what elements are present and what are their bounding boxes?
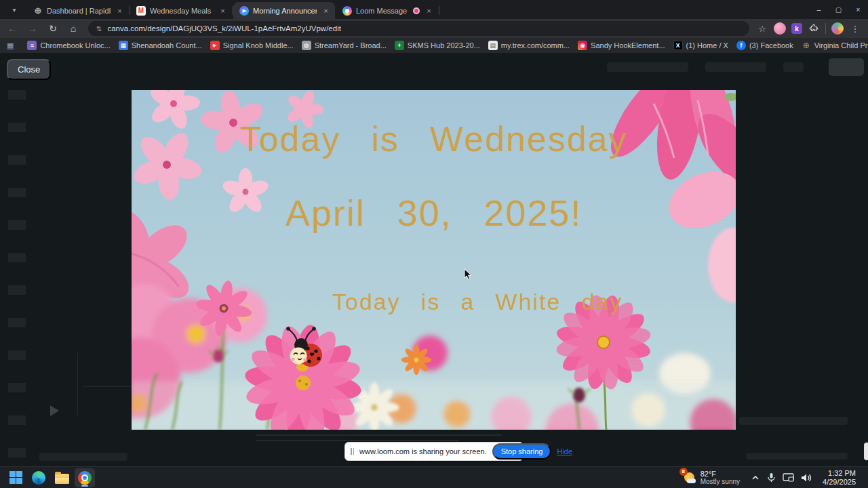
- tab-close-icon[interactable]: ×: [115, 5, 125, 16]
- bookmark-facebook[interactable]: f (3) Facebook: [732, 39, 797, 52]
- grid-icon: ▦: [119, 41, 128, 50]
- window-close-button[interactable]: ×: [848, 0, 868, 19]
- url-text[interactable]: canva.com/design/DAGjUQ3VS_k/2iWUL-1pAeF…: [107, 24, 341, 33]
- tab-search-chevron-icon[interactable]: ▾: [5, 2, 23, 17]
- apps-grid-icon[interactable]: ▦: [7, 41, 14, 50]
- window-controls: – ▢ ×: [809, 0, 868, 19]
- start-button[interactable]: [5, 468, 26, 487]
- toolbar-extensions: ☆ k ⋮: [756, 22, 861, 35]
- bookmark-x-home[interactable]: X (1) Home / X: [669, 39, 732, 52]
- bookmark-mytrex[interactable]: ▤ my.trex.com/comm...: [484, 39, 574, 52]
- speaker-icon[interactable]: [801, 473, 812, 483]
- slide-canvas[interactable]: Today is Wednesday April 30, 2025! Today…: [132, 90, 736, 430]
- globe-icon: ⊕: [802, 41, 811, 50]
- reload-icon[interactable]: ↻: [45, 20, 61, 37]
- dimmed-status-item: [746, 453, 848, 460]
- bookmark-label: Signal Knob Middle...: [223, 41, 294, 49]
- dimmed-notes-button: [39, 453, 127, 461]
- bookmark-label: Sandy HookElement...: [591, 41, 665, 49]
- tab-close-icon[interactable]: ×: [218, 5, 228, 16]
- kami-extension-icon[interactable]: k: [791, 23, 802, 34]
- clock-date: 4/29/2025: [823, 478, 856, 487]
- bookmark-label: my.trex.com/comm...: [501, 41, 570, 49]
- bookmark-virginia-child-protect[interactable]: ⊕ Virginia Child Prote...: [797, 39, 868, 52]
- slide-text-day[interactable]: Today is Wednesday: [132, 119, 736, 159]
- windows-taskbar: 8 82°F Mostly sunny 1:32 PM 4/29/2025: [0, 466, 868, 488]
- bookmark-skms-hub[interactable]: + SKMS Hub 2023-20...: [391, 39, 484, 52]
- slide-text-color-day[interactable]: Today is a White day: [247, 289, 708, 315]
- back-icon[interactable]: ←: [4, 20, 20, 37]
- tray-chevron-up-icon[interactable]: [751, 473, 760, 483]
- tab-wednesday-meals[interactable]: M Wednesday Meals - jcjenkins@ ×: [130, 2, 232, 19]
- edge-notification-sliver[interactable]: [864, 443, 868, 460]
- tab-dashboard-rapididentity[interactable]: ⊕ Dashboard | RapidIdentity ×: [27, 2, 129, 19]
- stop-sharing-button[interactable]: Stop sharing: [492, 443, 552, 460]
- drag-handle-icon[interactable]: [351, 448, 354, 455]
- weather-temp: 82°F: [701, 470, 740, 478]
- dimmed-notes-line: [256, 434, 502, 436]
- loom-extension-icon[interactable]: [774, 22, 786, 35]
- dimmed-guide-line: [77, 352, 78, 415]
- forward-icon[interactable]: →: [24, 20, 41, 37]
- browser-tab-strip: ▾ ⊕ Dashboard | RapidIdentity × M Wednes…: [0, 0, 868, 19]
- window-minimize-button[interactable]: –: [809, 0, 829, 19]
- share-message: www.loom.com is sharing your screen.: [359, 447, 487, 455]
- edge-icon: [32, 471, 45, 485]
- toolbar-divider: [825, 23, 826, 34]
- dimmed-toolbar-item: [783, 62, 804, 72]
- slide-text-date[interactable]: April 30, 2025!: [132, 192, 736, 234]
- bookmark-label: SKMS Hub 2023-20...: [408, 41, 480, 49]
- cast-screen-icon[interactable]: [783, 473, 794, 483]
- gmail-favicon-icon: M: [136, 6, 146, 16]
- bookmark-label: StreamYard - Broad...: [315, 41, 387, 49]
- taskbar-chrome-button[interactable]: [75, 468, 95, 487]
- instagram-icon: ◉: [578, 41, 587, 50]
- tab-title: Loom Message - 28 April 2: [356, 7, 409, 15]
- dimmed-status-item: [739, 417, 848, 425]
- window-restore-button[interactable]: ▢: [829, 0, 848, 19]
- youtube-icon: ▶: [210, 41, 220, 50]
- bookmarks-bar: ▦ ≡ Chromebook Unloc... ▦ Shenandoah Cou…: [0, 38, 868, 53]
- hide-banner-link[interactable]: Hide: [557, 447, 572, 455]
- tab-close-icon[interactable]: ×: [321, 5, 331, 16]
- bookmark-streamyard[interactable]: ◍ StreamYard - Broad...: [298, 39, 391, 52]
- screen-share-banner: www.loom.com is sharing your screen. Sto…: [344, 442, 524, 461]
- tab-title: Dashboard | RapidIdentity: [47, 7, 111, 15]
- bookmark-star-icon[interactable]: ☆: [756, 22, 768, 35]
- dimmed-toolbar-item: [705, 62, 766, 72]
- tab-loom-message[interactable]: Loom Message - 28 April 2 ×: [336, 2, 438, 19]
- taskbar-clock[interactable]: 1:32 PM 4/29/2025: [818, 468, 860, 488]
- dimmed-present-button: [829, 58, 864, 76]
- bookmark-label: (1) Home / X: [686, 41, 728, 49]
- dimmed-notes-line: [256, 440, 459, 441]
- home-icon[interactable]: ⌂: [65, 20, 81, 37]
- notification-badge: 8: [679, 468, 688, 476]
- tab-title: Morning Announcement Slides: [253, 7, 317, 15]
- bookmark-chromebook-unlock[interactable]: ≡ Chromebook Unloc...: [23, 39, 114, 52]
- taskbar-file-explorer-button[interactable]: [52, 468, 72, 487]
- extensions-puzzle-icon[interactable]: [808, 22, 820, 35]
- bookmark-signal-knob-middle[interactable]: ▶ Signal Knob Middle...: [206, 39, 298, 52]
- close-button[interactable]: Close: [7, 59, 51, 80]
- bookmark-sandy-hook-elementary[interactable]: ◉ Sandy HookElement...: [574, 39, 669, 52]
- address-bar[interactable]: ⇅ canva.com/design/DAGjUQ3VS_k/2iWUL-1pA…: [88, 21, 749, 36]
- desktop: ▾ ⊕ Dashboard | RapidIdentity × M Wednes…: [0, 0, 868, 488]
- tab-close-icon[interactable]: ×: [424, 5, 434, 16]
- file-explorer-icon: [55, 474, 69, 484]
- tab-morning-announcement-slides[interactable]: ▶ Morning Announcement Slides ×: [233, 2, 335, 19]
- chrome-menu-icon[interactable]: ⋮: [849, 22, 861, 35]
- site-settings-icon[interactable]: ⇅: [96, 25, 102, 33]
- loom-favicon-icon: [342, 6, 352, 16]
- bookmark-shenandoah-county[interactable]: ▦ Shenandoah Count...: [115, 39, 206, 52]
- facebook-icon: f: [736, 41, 746, 50]
- dimmed-canva-sidebar: [8, 90, 26, 460]
- taskbar-edge-button[interactable]: [28, 468, 49, 487]
- bookmark-label: Chromebook Unloc...: [40, 41, 110, 49]
- classroom-plus-icon: +: [395, 41, 404, 50]
- microphone-icon[interactable]: [767, 472, 776, 483]
- profile-avatar[interactable]: [831, 22, 844, 35]
- browser-toolbar: ← → ↻ ⌂ ⇅ canva.com/design/DAGjUQ3VS_k/2…: [0, 19, 868, 38]
- weather-widget[interactable]: 8 82°F Mostly sunny: [677, 468, 744, 487]
- weather-condition: Mostly sunny: [701, 478, 740, 486]
- bookmark-label: (3) Facebook: [749, 41, 793, 49]
